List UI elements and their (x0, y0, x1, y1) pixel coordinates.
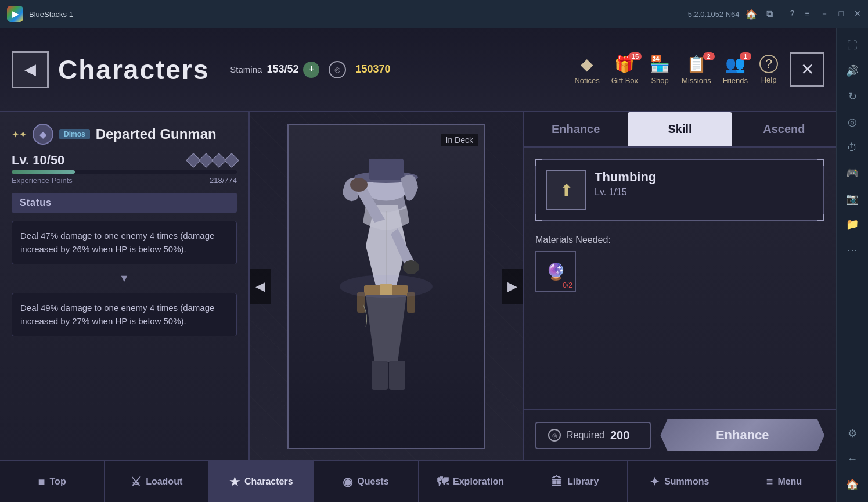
close-icon[interactable]: ✕ (854, 9, 861, 19)
corner-tr (817, 159, 824, 166)
nav-item-exploration[interactable]: 🗺 Exploration (419, 461, 523, 502)
nav-arrow-left[interactable]: ◀ (250, 269, 271, 304)
loadout-nav-label: Loadout (146, 476, 182, 487)
nav-item-summons[interactable]: ✦ Summons (628, 461, 732, 502)
notices-nav-item[interactable]: ◆ Notices (574, 55, 599, 85)
material-icon: 🔮 (546, 262, 566, 281)
page-title: Characters (58, 54, 209, 85)
friends-nav-item[interactable]: 👥 1 Friends (723, 55, 748, 85)
folder-icon[interactable]: 📁 (842, 214, 863, 235)
help-icon[interactable]: ? (790, 9, 795, 19)
char-level-section: Lv. 10/50 Experience Points 218/774 (12, 153, 237, 185)
materials-section: Materials Needed: 🔮 0/2 (535, 235, 824, 292)
more-icon[interactable]: ⋯ (842, 239, 863, 260)
close-x-button[interactable]: ✕ (790, 52, 824, 87)
nav-arrow-right[interactable]: ▶ (502, 269, 523, 304)
nav-item-top[interactable]: ■ Top (0, 461, 105, 502)
skill-desc-box-1: Deal 47% damage to one enemy 4 times (da… (12, 221, 237, 264)
char-type-icon: ◆ (33, 124, 53, 145)
character-header: ✦✦ ◆ Dimos Departed Gunman (12, 124, 237, 145)
rotate-icon[interactable]: ↻ (842, 86, 863, 107)
materials-label: Materials Needed: (535, 235, 824, 245)
home-icon[interactable]: 🏠 (745, 9, 757, 20)
missions-nav-item[interactable]: 📋 2 Missions (682, 55, 711, 85)
stamina-add-button[interactable]: + (303, 62, 319, 78)
nav-item-menu[interactable]: ≡ Menu (732, 461, 836, 502)
characters-nav-label: Characters (244, 476, 293, 487)
expand-icon[interactable]: ⛶ (842, 35, 863, 56)
copy-icon[interactable]: ⧉ (766, 9, 773, 19)
char-name: Departed Gunman (96, 126, 217, 142)
skill-icon: ⬆ (560, 181, 573, 200)
gift-box-nav-item[interactable]: 🎁 15 Gift Box (611, 55, 638, 85)
missions-badge: 2 (703, 52, 715, 60)
exp-label: Experience Points (12, 176, 73, 185)
titlebar-controls: ? ≡ － □ ✕ (790, 9, 861, 19)
bluestacks-logo: ▶ (7, 6, 23, 22)
menu-icon[interactable]: ≡ (805, 9, 809, 19)
home-btn-icon[interactable]: 🏠 (842, 474, 863, 495)
shop-icon: 🏪 (650, 55, 670, 74)
status-bar: Status (12, 193, 237, 213)
volume-icon[interactable]: 🔊 (842, 60, 863, 81)
skill-name: Thumbing (595, 170, 814, 185)
stamina-value: 153/52 (266, 63, 298, 76)
minimize-icon[interactable]: － (820, 9, 829, 19)
svg-rect-9 (389, 361, 405, 390)
top-nav-icon: ■ (38, 475, 45, 489)
exp-value: 218/774 (210, 176, 237, 185)
skill-level: Lv. 1/15 (595, 187, 814, 198)
library-nav-icon: 🏛 (551, 475, 563, 489)
nav-item-loadout[interactable]: ⚔ Loadout (105, 461, 209, 502)
top-nav-label: Top (50, 476, 66, 487)
missions-label: Missions (682, 76, 711, 85)
menu-nav-label: Menu (777, 476, 802, 487)
library-nav-label: Library (567, 476, 599, 487)
skill-icon-box: ⬆ (546, 170, 586, 210)
svg-point-3 (350, 178, 368, 192)
enhance-button[interactable]: Enhance (660, 419, 824, 451)
right-panel: Enhance Skill Ascend (523, 112, 836, 460)
game-icon[interactable]: 🎮 (842, 163, 863, 184)
nav-item-quests[interactable]: ◉ Quests (314, 461, 418, 502)
skill-card-outer: ⬆ Thumbing Lv. 1/15 (535, 159, 824, 221)
left-panel: ✦✦ ◆ Dimos Departed Gunman Lv. 10/50 (0, 112, 250, 460)
maximize-icon[interactable]: □ (839, 9, 844, 19)
diamond-4 (224, 153, 239, 167)
chevron-down-icon[interactable]: ▼ (12, 272, 237, 285)
back-arrow-icon[interactable]: ← (842, 449, 863, 469)
summons-nav-icon: ✦ (650, 475, 660, 489)
titlebar: ▶ BlueStacks 1 5.2.0.1052 N64 🏠 ⧉ ? ≡ － … (0, 0, 868, 28)
required-box: ◎ Required 200 (535, 422, 651, 449)
shop-nav-item[interactable]: 🏪 Shop (650, 55, 670, 85)
help-nav-item[interactable]: ? Help (759, 55, 778, 84)
right-sidebar: ⛶ 🔊 ↻ ◎ ⏱ 🎮 📷 📁 ⋯ ⚙ ← 🏠 (836, 28, 868, 502)
char-silhouette (289, 125, 484, 448)
skill-info: Thumbing Lv. 1/15 (595, 170, 814, 198)
titlebar-title: BlueStacks 1 (29, 10, 682, 19)
camera-icon[interactable]: 📷 (842, 188, 863, 209)
svg-rect-8 (372, 361, 388, 390)
shop-label: Shop (651, 76, 668, 85)
nav-item-library[interactable]: 🏛 Library (523, 461, 628, 502)
svg-point-12 (340, 275, 433, 298)
tab-enhance[interactable]: Enhance (524, 112, 628, 146)
tab-skill[interactable]: Skill (628, 112, 732, 146)
game-area: ◀ Characters Stamina 153/52 + ◎ 150370 ◆… (0, 28, 836, 502)
nav-item-characters[interactable]: ★ Characters (209, 461, 314, 502)
summons-nav-label: Summons (664, 476, 709, 487)
required-amount: 200 (610, 429, 629, 442)
corner-bl (535, 214, 542, 221)
help-label: Help (761, 76, 777, 84)
settings-icon[interactable]: ⚙ (842, 423, 863, 444)
quests-nav-label: Quests (357, 476, 388, 487)
back-button[interactable]: ◀ (12, 51, 49, 88)
stamina-label: Stamina (230, 64, 262, 74)
diamond-row (188, 155, 237, 166)
char-level: Lv. 10/50 (12, 153, 237, 168)
timer-icon[interactable]: ⏱ (842, 137, 863, 158)
notices-icon: ◆ (581, 55, 593, 74)
location-icon[interactable]: ◎ (842, 112, 863, 132)
tab-ascend[interactable]: Ascend (732, 112, 836, 146)
corner-br (817, 214, 824, 221)
